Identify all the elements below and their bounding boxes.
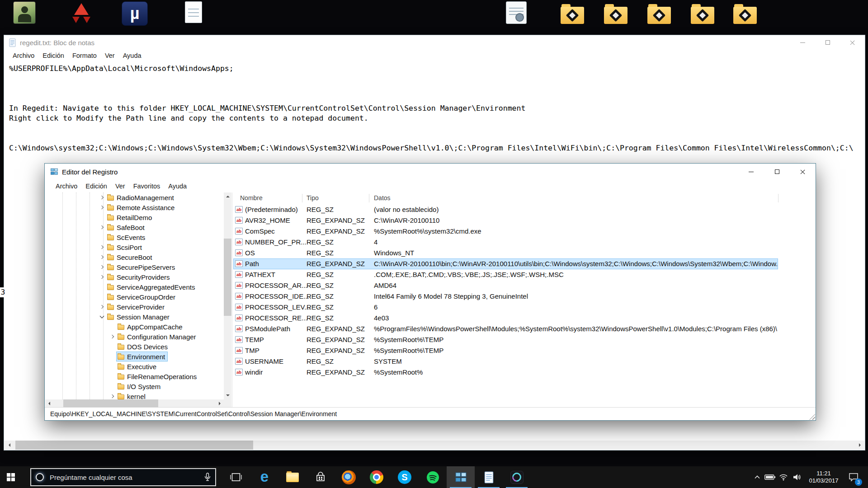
desktop-icon-notes-app[interactable] [503,1,530,34]
tree-node-label[interactable]: Configuration Manager [117,332,198,341]
resize-grip[interactable] [809,414,815,420]
desktop-icon-inkscape-folder[interactable] [602,1,629,34]
tree-node-label[interactable]: DOS Devices [117,342,170,351]
desktop-icon-text-document[interactable] [180,1,207,34]
expand-chevron-icon[interactable] [109,333,116,340]
cortana-search-box[interactable]: Pregúntame cualquier cosa [30,468,216,486]
tree-node-label[interactable]: ScsiPort [106,243,144,252]
desktop-icon-inkscape-folder[interactable] [689,1,716,34]
registry-value-row-windir[interactable]: abwindirREG_EXPAND_SZ%SystemRoot% [232,367,815,378]
tree-item-appcompatcache[interactable]: AppCompatCache [45,322,224,332]
column-header-datos[interactable]: Datos [374,194,391,202]
hidden-icons-chevron[interactable] [751,466,763,488]
tree-item-secureboot[interactable]: SecureBoot [45,252,224,262]
tree-item-scevents[interactable]: ScEvents [45,232,224,242]
tree-vertical-scrollbar[interactable] [224,192,231,399]
tree-node-label[interactable]: kernel [117,392,148,399]
scrollbar-thumb[interactable] [15,441,253,450]
registry-value-row-os[interactable]: abOSREG_SZWindows_NT [232,248,815,258]
task-view-button[interactable] [225,466,247,488]
desktop-icon-user-photo[interactable] [11,1,38,34]
expand-chevron-icon[interactable] [99,244,105,250]
tree-item-retaildemo[interactable]: RetailDemo [45,212,224,222]
tree-item-serviceaggregatedevents[interactable]: ServiceAggregatedEvents [45,282,224,292]
tree-node-label[interactable]: Remote Assistance [106,203,177,212]
notepad-minimize-button[interactable] [790,35,815,50]
registry-value-row-comspec[interactable]: abComSpecREG_EXPAND_SZ%SystemRoot%\syste… [232,226,815,237]
tree-item-securityproviders[interactable]: SecurityProviders [45,272,224,282]
tree-node-label[interactable]: SecureBoot [106,253,154,262]
tree-item-radiomanagement[interactable]: RadioManagement [45,192,224,202]
scroll-up-icon[interactable] [224,192,231,200]
menu-ayuda[interactable]: Ayuda [119,52,146,59]
tree-node-label[interactable]: SecurityProviders [106,272,172,282]
menu-archivo[interactable]: Archivo [9,52,38,59]
registry-value-row-username[interactable]: abUSERNAMEREG_SZSYSTEM [232,356,815,367]
tree-node-label[interactable]: ScEvents [106,233,147,242]
taskbar-app-chrome[interactable] [363,466,391,488]
desktop-icon-inkscape-folder[interactable] [559,1,586,34]
registry-value-row-path[interactable]: abPathREG_EXPAND_SZC:\WinAVR-20100110\bi… [232,258,815,269]
expand-chevron-icon[interactable] [99,264,105,270]
clock[interactable]: 11:21 01/03/2017 [804,466,844,488]
tree-node-label[interactable]: ServiceGroupOrder [106,292,178,301]
registry-value-row-psmodulepath[interactable]: abPSModulePathREG_EXPAND_SZ%ProgramFiles… [232,324,815,334]
registry-value-row-avr32-home[interactable]: abAVR32_HOMEREG_EXPAND_SZC:\WinAVR-20100… [232,215,815,226]
registry-value-row-tmp[interactable]: abTMPREG_EXPAND_SZ%SystemRoot%\TEMP [232,345,815,356]
tree-node-label[interactable]: AppCompatCache [117,322,185,331]
tree-item-scsiport[interactable]: ScsiPort [45,242,224,252]
collapse-chevron-icon[interactable] [99,314,105,320]
tree-item-configuration-manager[interactable]: Configuration Manager [45,332,224,342]
desktop-icon-uvision-app[interactable]: µ [121,1,148,34]
scroll-right-icon[interactable] [855,441,864,450]
registry-value-row-predeterminado[interactable]: ab(Predeterminado)REG_SZ(valor no establ… [232,204,815,215]
scrollbar-thumb[interactable] [224,239,231,316]
tree-item-remote-assistance[interactable]: Remote Assistance [45,202,224,212]
tree-item-environment[interactable]: Environment [45,352,224,361]
column-header-nombre[interactable]: Nombre [240,194,263,202]
menu-edicion[interactable]: Edición [38,52,68,59]
notepad-maximize-button[interactable] [815,35,840,50]
tree-item-servicegrouporder[interactable]: ServiceGroupOrder [45,292,224,302]
menu-ver[interactable]: Ver [101,52,119,59]
notepad-close-button[interactable] [840,35,865,50]
scroll-left-icon[interactable] [45,399,53,407]
registry-value-list[interactable]: Nombre Tipo Datos ab(Predeterminado)REG_… [232,192,815,407]
action-center-button[interactable]: 3 [844,466,863,488]
tree-node-label[interactable]: Environment [117,352,167,361]
battery-indicator[interactable] [763,466,777,488]
taskbar-app-spotify[interactable] [419,466,447,488]
tree-item-session-manager[interactable]: Session Manager [45,312,224,322]
menu-formato[interactable]: Formato [68,52,101,59]
tree-node-label[interactable]: Session Manager [106,312,172,321]
registry-value-row-processor-ar[interactable]: abPROCESSOR_AR...REG_SZAMD64 [232,280,815,291]
desktop-icon-red-triangles-app[interactable] [68,1,95,34]
tree-node-label[interactable]: FileRenameOperations [117,372,199,381]
regedit-titlebar[interactable]: Editor del Registro [45,164,816,180]
scrollbar-thumb[interactable] [63,399,158,407]
expand-chevron-icon[interactable] [109,393,116,399]
taskbar-app-regedit[interactable] [447,466,475,488]
scroll-left-icon[interactable] [5,441,14,450]
notepad-titlebar[interactable]: regedit.txt: Bloc de notas [4,35,865,50]
microphone-icon[interactable] [204,473,211,482]
registry-value-row-temp[interactable]: abTEMPREG_EXPAND_SZ%SystemRoot%\TEMP [232,334,815,345]
tree-item-i-o-system[interactable]: I/O System [45,381,224,391]
expand-chevron-icon[interactable] [99,204,105,211]
tree-node-label[interactable]: SafeBoot [106,223,147,232]
menu-edicion[interactable]: Edición [81,183,111,190]
menu-ayuda[interactable]: Ayuda [164,183,191,190]
taskbar-app-file-explorer[interactable] [278,466,307,488]
start-button[interactable] [0,466,22,488]
tree-item-serviceprovider[interactable]: ServiceProvider [45,302,224,312]
desktop-icon-inkscape-folder[interactable] [731,1,759,34]
tree-node-label[interactable]: RadioManagement [106,193,176,202]
scroll-right-icon[interactable] [216,399,224,407]
menu-ver[interactable]: Ver [111,183,129,190]
menu-archivo[interactable]: Archivo [52,183,81,190]
tree-item-filerenameoperations[interactable]: FileRenameOperations [45,371,224,381]
tree-node-label[interactable]: RetailDemo [106,213,154,222]
notepad-horizontal-scrollbar[interactable] [5,441,864,450]
registry-value-row-processor-ide[interactable]: abPROCESSOR_IDE...REG_SZIntel64 Family 6… [232,291,815,302]
menu-favoritos[interactable]: Favoritos [129,183,165,190]
